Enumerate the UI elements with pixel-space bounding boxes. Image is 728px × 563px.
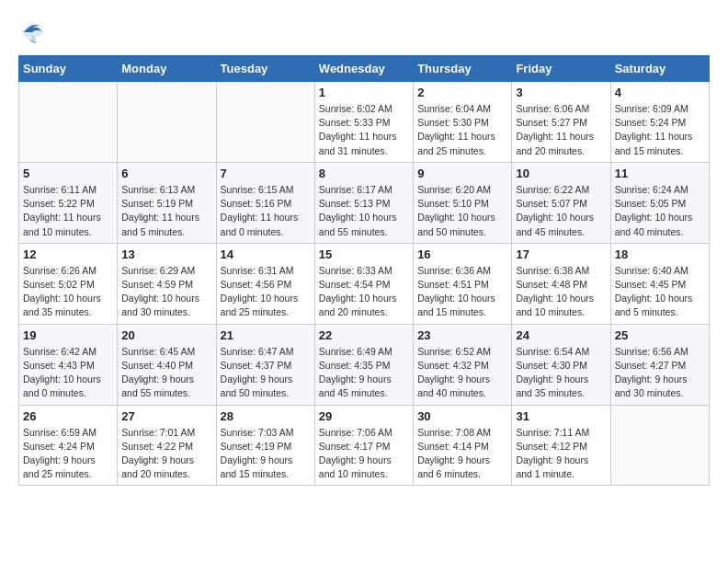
day-number: 13 [121, 247, 211, 261]
calendar-cell: 24Sunrise: 6:54 AMSunset: 4:30 PMDayligh… [512, 324, 610, 405]
day-info: Sunrise: 6:49 AMSunset: 4:35 PMDaylight:… [319, 345, 409, 401]
day-number: 8 [319, 167, 409, 180]
calendar-cell: 31Sunrise: 7:11 AMSunset: 4:12 PMDayligh… [512, 405, 610, 486]
day-info: Sunrise: 6:36 AMSunset: 4:51 PMDaylight:… [417, 264, 507, 320]
calendar-cell: 25Sunrise: 6:56 AMSunset: 4:27 PMDayligh… [610, 324, 709, 405]
day-info: Sunrise: 6:54 AMSunset: 4:30 PMDaylight:… [516, 345, 606, 401]
day-number: 28 [221, 409, 311, 423]
calendar-table: SundayMondayTuesdayWednesdayThursdayFrid… [18, 55, 710, 486]
calendar-cell [19, 82, 118, 163]
day-number: 10 [516, 167, 606, 180]
calendar-cell: 26Sunrise: 6:59 AMSunset: 4:24 PMDayligh… [19, 405, 118, 486]
calendar-cell: 2Sunrise: 6:04 AMSunset: 5:30 PMDaylight… [414, 82, 512, 163]
day-number: 25 [615, 328, 705, 342]
day-number: 29 [319, 409, 409, 423]
calendar-week-1: 1Sunrise: 6:02 AMSunset: 5:33 PMDaylight… [19, 82, 710, 163]
calendar-cell: 20Sunrise: 6:45 AMSunset: 4:40 PMDayligh… [118, 324, 216, 405]
day-info: Sunrise: 6:24 AMSunset: 5:05 PMDaylight:… [615, 183, 705, 239]
day-info: Sunrise: 6:04 AMSunset: 5:30 PMDaylight:… [417, 102, 507, 158]
calendar-cell [118, 82, 216, 163]
calendar-cell: 7Sunrise: 6:15 AMSunset: 5:16 PMDaylight… [216, 162, 314, 243]
header-friday: Friday [512, 56, 610, 82]
day-number: 3 [516, 86, 606, 99]
day-number: 14 [221, 247, 311, 261]
header-saturday: Saturday [610, 56, 709, 82]
page-header [18, 18, 710, 46]
calendar-cell: 28Sunrise: 7:03 AMSunset: 4:19 PMDayligh… [216, 405, 314, 486]
day-info: Sunrise: 6:38 AMSunset: 4:48 PMDaylight:… [516, 264, 606, 320]
calendar-cell: 21Sunrise: 6:47 AMSunset: 4:37 PMDayligh… [216, 324, 314, 405]
day-info: Sunrise: 6:20 AMSunset: 5:10 PMDaylight:… [417, 183, 507, 239]
header-wednesday: Wednesday [314, 56, 413, 82]
day-number: 19 [23, 328, 113, 342]
calendar-cell: 3Sunrise: 6:06 AMSunset: 5:27 PMDaylight… [512, 82, 610, 163]
day-number: 24 [516, 328, 606, 342]
day-info: Sunrise: 6:56 AMSunset: 4:27 PMDaylight:… [615, 345, 705, 401]
day-info: Sunrise: 6:42 AMSunset: 4:43 PMDaylight:… [23, 345, 113, 401]
calendar-cell: 4Sunrise: 6:09 AMSunset: 5:24 PMDaylight… [610, 82, 709, 163]
calendar-cell: 13Sunrise: 6:29 AMSunset: 4:59 PMDayligh… [118, 243, 216, 324]
header-thursday: Thursday [414, 56, 512, 82]
calendar-week-2: 5Sunrise: 6:11 AMSunset: 5:22 PMDaylight… [19, 162, 710, 243]
day-info: Sunrise: 7:03 AMSunset: 4:19 PMDaylight:… [221, 426, 311, 482]
calendar-cell: 10Sunrise: 6:22 AMSunset: 5:07 PMDayligh… [512, 162, 610, 243]
day-info: Sunrise: 6:22 AMSunset: 5:07 PMDaylight:… [516, 183, 606, 239]
day-info: Sunrise: 6:29 AMSunset: 4:59 PMDaylight:… [121, 264, 211, 320]
calendar-week-5: 26Sunrise: 6:59 AMSunset: 4:24 PMDayligh… [19, 405, 710, 486]
calendar-cell: 11Sunrise: 6:24 AMSunset: 5:05 PMDayligh… [610, 162, 709, 243]
day-info: Sunrise: 6:02 AMSunset: 5:33 PMDaylight:… [319, 102, 409, 158]
day-number: 23 [417, 328, 507, 342]
day-info: Sunrise: 7:08 AMSunset: 4:14 PMDaylight:… [417, 426, 507, 482]
day-number: 7 [221, 167, 311, 180]
calendar-cell: 1Sunrise: 6:02 AMSunset: 5:33 PMDaylight… [314, 82, 413, 163]
day-info: Sunrise: 7:06 AMSunset: 4:17 PMDaylight:… [319, 426, 409, 482]
day-info: Sunrise: 6:40 AMSunset: 4:45 PMDaylight:… [615, 264, 705, 320]
day-info: Sunrise: 6:31 AMSunset: 4:56 PMDaylight:… [221, 264, 311, 320]
day-info: Sunrise: 6:52 AMSunset: 4:32 PMDaylight:… [417, 345, 507, 401]
day-number: 22 [319, 328, 409, 342]
day-info: Sunrise: 6:47 AMSunset: 4:37 PMDaylight:… [221, 345, 311, 401]
day-info: Sunrise: 6:17 AMSunset: 5:13 PMDaylight:… [319, 183, 409, 239]
day-number: 31 [516, 409, 606, 423]
header-tuesday: Tuesday [216, 56, 314, 82]
day-info: Sunrise: 6:59 AMSunset: 4:24 PMDaylight:… [23, 426, 113, 482]
calendar-cell [610, 405, 709, 486]
calendar-cell: 18Sunrise: 6:40 AMSunset: 4:45 PMDayligh… [610, 243, 709, 324]
day-number: 18 [615, 247, 705, 261]
day-info: Sunrise: 6:45 AMSunset: 4:40 PMDaylight:… [121, 345, 211, 401]
header-sunday: Sunday [19, 56, 118, 82]
calendar-cell [216, 82, 314, 163]
day-number: 9 [417, 167, 507, 180]
calendar-cell: 12Sunrise: 6:26 AMSunset: 5:02 PMDayligh… [19, 243, 118, 324]
day-number: 26 [23, 409, 113, 423]
day-number: 17 [516, 247, 606, 261]
day-number: 2 [417, 86, 507, 99]
day-info: Sunrise: 6:09 AMSunset: 5:24 PMDaylight:… [615, 102, 705, 158]
logo-icon [18, 18, 46, 46]
logo [18, 18, 50, 46]
calendar-header-row: SundayMondayTuesdayWednesdayThursdayFrid… [19, 56, 710, 82]
calendar-cell: 27Sunrise: 7:01 AMSunset: 4:22 PMDayligh… [118, 405, 216, 486]
day-number: 6 [121, 167, 211, 180]
calendar-cell: 23Sunrise: 6:52 AMSunset: 4:32 PMDayligh… [414, 324, 512, 405]
day-number: 20 [121, 328, 211, 342]
day-number: 1 [319, 86, 409, 99]
day-info: Sunrise: 6:11 AMSunset: 5:22 PMDaylight:… [23, 183, 113, 239]
calendar-cell: 8Sunrise: 6:17 AMSunset: 5:13 PMDaylight… [314, 162, 413, 243]
calendar-cell: 17Sunrise: 6:38 AMSunset: 4:48 PMDayligh… [512, 243, 610, 324]
day-info: Sunrise: 6:26 AMSunset: 5:02 PMDaylight:… [23, 264, 113, 320]
calendar-cell: 22Sunrise: 6:49 AMSunset: 4:35 PMDayligh… [314, 324, 413, 405]
calendar-cell: 9Sunrise: 6:20 AMSunset: 5:10 PMDaylight… [414, 162, 512, 243]
calendar-week-4: 19Sunrise: 6:42 AMSunset: 4:43 PMDayligh… [19, 324, 710, 405]
calendar-cell: 14Sunrise: 6:31 AMSunset: 4:56 PMDayligh… [216, 243, 314, 324]
day-number: 4 [615, 86, 705, 99]
day-number: 30 [417, 409, 507, 423]
day-info: Sunrise: 6:13 AMSunset: 5:19 PMDaylight:… [121, 183, 211, 239]
day-number: 16 [417, 247, 507, 261]
day-number: 27 [121, 409, 211, 423]
day-number: 21 [221, 328, 311, 342]
day-info: Sunrise: 7:01 AMSunset: 4:22 PMDaylight:… [121, 426, 211, 482]
day-info: Sunrise: 6:06 AMSunset: 5:27 PMDaylight:… [516, 102, 606, 158]
day-number: 11 [615, 167, 705, 180]
day-number: 5 [23, 167, 113, 180]
